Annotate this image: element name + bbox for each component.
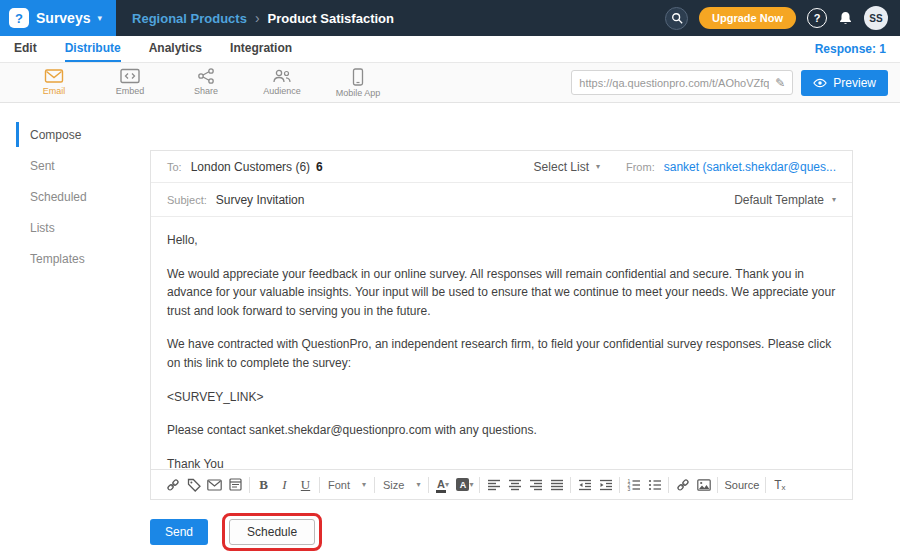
tab-analytics[interactable]: Analytics <box>149 36 202 62</box>
response-count-link[interactable]: Response: 1 <box>815 36 886 62</box>
italic-button[interactable]: I <box>277 475 292 495</box>
toolbar-divider <box>249 477 250 493</box>
numbered-list-icon: 123 <box>627 479 641 491</box>
surveys-product-menu[interactable]: ? Surveys ▾ <box>0 0 116 36</box>
remove-format-button[interactable]: T x <box>772 475 787 495</box>
eye-icon <box>813 78 827 88</box>
toolbar-divider <box>668 477 669 493</box>
font-dropdown-label: Font <box>328 479 350 491</box>
user-avatar[interactable]: SS <box>864 6 888 30</box>
toolbar-divider <box>717 477 718 493</box>
body-paragraph: We would appreciate your feedback in our… <box>167 265 836 321</box>
sidebar-item-sent[interactable]: Sent <box>0 150 140 181</box>
schedule-button[interactable]: Schedule <box>229 519 315 545</box>
tab-integration[interactable]: Integration <box>230 36 292 62</box>
bold-button[interactable]: B <box>256 475 271 495</box>
body-paragraph: Hello, <box>167 231 836 250</box>
edit-url-icon[interactable]: ✎ <box>775 76 785 90</box>
outdent-button[interactable] <box>577 475 592 495</box>
channel-label: Mobile App <box>336 88 381 98</box>
align-left-button[interactable] <box>486 475 501 495</box>
remove-format-sub: x <box>782 483 786 492</box>
text-color-icon: A <box>437 479 445 490</box>
email-icon <box>44 68 64 84</box>
survey-url-input[interactable] <box>579 77 769 89</box>
breadcrumb-folder[interactable]: Regional Products <box>132 11 247 26</box>
text-color-button[interactable]: A ▾ <box>435 475 450 495</box>
align-right-button[interactable] <box>528 475 543 495</box>
recipient-count: 6 <box>316 160 323 174</box>
sidebar-item-templates[interactable]: Templates <box>0 243 140 274</box>
numbered-list-button[interactable]: 123 <box>626 475 641 495</box>
sidebar-item-compose[interactable]: Compose <box>0 119 140 150</box>
channel-label: Email <box>43 86 66 96</box>
svg-text:3: 3 <box>627 485 630 490</box>
notifications-button[interactable] <box>838 10 853 26</box>
upgrade-now-button[interactable]: Upgrade Now <box>699 7 796 29</box>
subject-value[interactable]: Survey Invitation <box>216 193 305 207</box>
channel-share[interactable]: Share <box>182 68 230 98</box>
insert-link-icon[interactable] <box>675 475 690 495</box>
email-body-editor[interactable]: Hello, We would appreciate your feedback… <box>151 217 852 469</box>
toolbar-divider <box>479 477 480 493</box>
send-button[interactable]: Send <box>150 519 208 545</box>
preview-button[interactable]: Preview <box>801 70 888 96</box>
email-compose-card: To: London Customers (6) 6 Select List ▾… <box>150 150 853 500</box>
survey-nav-tabs: Edit Distribute Analytics Integration Re… <box>0 36 900 63</box>
topbar-actions: Upgrade Now ? SS <box>665 6 900 30</box>
channel-mobile-app[interactable]: Mobile App <box>334 68 382 98</box>
to-label: To: <box>167 161 182 173</box>
audience-icon <box>272 68 292 84</box>
bullet-list-icon <box>648 479 662 491</box>
select-list-dropdown[interactable]: Select List ▾ <box>534 160 600 174</box>
channel-audience[interactable]: Audience <box>258 68 306 98</box>
channel-label: Audience <box>263 86 301 96</box>
toolbar-divider <box>570 477 571 493</box>
chevron-down-icon: ▾ <box>469 480 473 489</box>
align-center-button[interactable] <box>507 475 522 495</box>
align-justify-button[interactable] <box>549 475 564 495</box>
font-dropdown[interactable]: Font ▾ <box>326 479 368 491</box>
from-label: From: <box>626 161 655 173</box>
help-button[interactable]: ? <box>807 8 827 28</box>
template-dropdown[interactable]: Default Template ▾ <box>734 193 836 207</box>
underline-button[interactable]: U <box>298 475 313 495</box>
channel-label: Share <box>194 86 218 96</box>
template-icon[interactable] <box>228 475 243 495</box>
tab-edit[interactable]: Edit <box>14 36 37 62</box>
preview-label: Preview <box>833 76 876 90</box>
align-right-icon <box>529 479 543 491</box>
indent-icon <box>599 479 613 491</box>
bg-color-button[interactable]: A ▾ <box>456 475 473 495</box>
sidebar-item-lists[interactable]: Lists <box>0 212 140 243</box>
search-button[interactable] <box>665 7 688 30</box>
top-bar: ? Surveys ▾ Regional Products › Product … <box>0 0 900 36</box>
size-dropdown[interactable]: Size ▾ <box>381 479 422 491</box>
indent-button[interactable] <box>598 475 613 495</box>
envelope-icon[interactable] <box>207 475 222 495</box>
toolbar-divider <box>765 477 766 493</box>
bullet-list-button[interactable] <box>647 475 662 495</box>
remove-format-icon: T <box>774 478 781 492</box>
compose-actions: Send Schedule <box>150 513 853 551</box>
align-left-icon <box>487 479 501 491</box>
toolbar-divider <box>374 477 375 493</box>
source-button[interactable]: Source <box>724 475 759 495</box>
channel-email[interactable]: Email <box>30 68 78 98</box>
to-value: London Customers (6) <box>191 160 310 174</box>
annotation-highlight: Schedule <box>222 513 322 551</box>
chevron-down-icon: ▾ <box>445 480 449 489</box>
questionpro-app: ? Surveys ▾ Regional Products › Product … <box>0 0 900 560</box>
insert-image-icon[interactable] <box>696 475 711 495</box>
sidebar-item-scheduled[interactable]: Scheduled <box>0 181 140 212</box>
channel-embed[interactable]: Embed <box>106 68 154 98</box>
tag-icon[interactable] <box>186 475 201 495</box>
link-icon[interactable] <box>165 475 180 495</box>
breadcrumb: Regional Products › Product Satisfaction <box>132 10 394 26</box>
template-selected-label: Default Template <box>734 193 824 207</box>
tab-distribute[interactable]: Distribute <box>65 36 121 62</box>
from-value[interactable]: sanket (sanket.shekdar@ques... <box>664 160 836 174</box>
breadcrumb-chevron-icon: › <box>255 10 260 26</box>
share-icon <box>197 68 215 84</box>
align-center-icon <box>508 479 522 491</box>
